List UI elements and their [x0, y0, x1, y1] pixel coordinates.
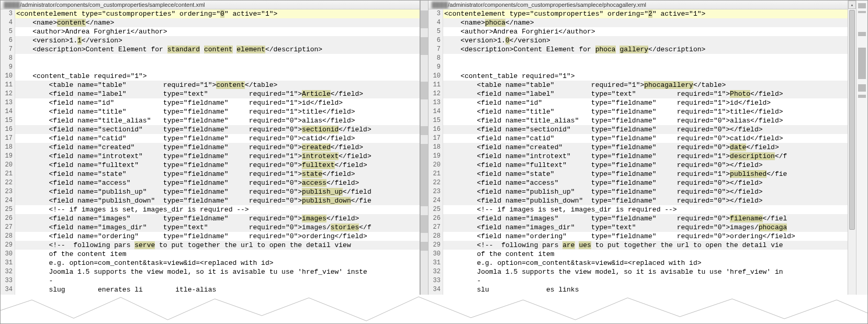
code-line[interactable]: <field name="label" type="text" required…	[15, 90, 420, 98]
diff-connector	[421, 91, 428, 99]
code-line[interactable]: <field name="images_dir" type="text" req…	[15, 223, 420, 232]
code-line[interactable]: <content_table required="1">	[443, 72, 848, 81]
code-line[interactable]	[15, 54, 420, 63]
line-number: 20	[429, 161, 441, 170]
code-line[interactable]: <field name="publish_up" type="fieldname…	[15, 187, 420, 196]
code-line[interactable]: <table name="table" required="1">content…	[15, 81, 420, 90]
line-number: 27	[1, 223, 13, 232]
overview-mark[interactable]	[858, 84, 866, 92]
overview-mark[interactable]	[858, 95, 866, 98]
diff-overview-ruler[interactable]	[856, 1, 867, 323]
scroll-thumb[interactable]	[849, 10, 855, 230]
line-number: 33	[429, 276, 441, 285]
code-line[interactable]: <field name="ordering" type="fieldname" …	[15, 232, 420, 241]
code-line[interactable]: of the content item	[15, 250, 420, 259]
diff-connector	[421, 260, 428, 269]
code-line[interactable]: <!-- if images is set, images_dir is req…	[15, 205, 420, 214]
diff-connector	[421, 73, 428, 82]
code-line[interactable]: <contentelement type="customproperties" …	[443, 9, 848, 18]
code-line[interactable]: <name>phoca</name>	[443, 18, 848, 27]
diff-word: content	[216, 81, 245, 89]
scroll-up-button[interactable]: ▴	[848, 1, 856, 9]
code-line[interactable]: <content_table required="1">	[15, 72, 420, 81]
left-code-area[interactable]: 3456789101112131415161718192021222324252…	[1, 9, 420, 323]
code-line[interactable]: slu es links	[443, 285, 848, 294]
code-line[interactable]: e.g. option=com_content&task=view&id=<re…	[15, 259, 420, 267]
diff-word: phoca	[485, 19, 505, 27]
code-line[interactable]	[443, 54, 848, 63]
code-line[interactable]: <field name="title_alias" type="fieldnam…	[443, 116, 848, 125]
overview-mark[interactable]	[858, 48, 866, 79]
diff-connector-strip	[420, 1, 429, 323]
code-line[interactable]: e.g. option=com_content&task=view&id=<re…	[443, 259, 848, 267]
diff-connector	[421, 197, 428, 206]
code-line[interactable]	[443, 63, 848, 72]
code-line[interactable]: Joomla 1.5 supports the view model, so i…	[443, 267, 848, 276]
code-line[interactable]: <field name="label" type="text" required…	[443, 90, 848, 98]
code-line[interactable]: <field name="state" type="fieldname" req…	[15, 170, 420, 178]
code-line[interactable]: <field name="title" type="fieldname" req…	[15, 107, 420, 116]
diff-word: published	[730, 170, 766, 178]
code-line[interactable]: <field name="publish_down" type="fieldna…	[15, 196, 420, 205]
diff-connector	[421, 144, 428, 153]
code-line[interactable]: <field name="catid" type="fieldname" req…	[15, 134, 420, 143]
code-line[interactable]: <field name="title" type="fieldname" req…	[443, 107, 848, 116]
code-line[interactable]: -	[15, 276, 420, 285]
code-line[interactable]	[15, 63, 420, 72]
code-line[interactable]: <contentelement type="customproperties" …	[15, 9, 420, 18]
code-line[interactable]: <field name="created" type="fieldname" r…	[15, 143, 420, 152]
line-number: 11	[1, 81, 13, 90]
code-line[interactable]: <field name="sectionid" type="fieldname"…	[443, 125, 848, 134]
code-line[interactable]: <field name="images" type="fieldname" re…	[443, 214, 848, 223]
code-line[interactable]: <field name="publish_down" type="fieldna…	[443, 196, 848, 205]
code-line[interactable]: <field name="access" type="fieldname" re…	[443, 178, 848, 187]
code-line[interactable]: <field name="access" type="fieldname" re…	[15, 178, 420, 187]
code-line[interactable]: <field name="images" type="fieldname" re…	[15, 214, 420, 223]
code-line[interactable]: <table name="table" required="1">phocaga…	[443, 81, 848, 90]
code-line[interactable]: <field name="id" type="fieldname" requir…	[15, 98, 420, 107]
code-line[interactable]: <field name="introtext" type="fieldname"…	[443, 152, 848, 161]
code-line[interactable]: <author>Andrea Forghieri</author>	[443, 27, 848, 36]
right-lines[interactable]: <contentelement type="customproperties" …	[443, 9, 848, 323]
scroll-down-button[interactable]: ▾	[848, 315, 856, 323]
line-number: 8	[1, 54, 13, 63]
vertical-scrollbar[interactable]: ▴ ▾	[848, 1, 856, 323]
overview-mark[interactable]	[858, 3, 866, 8]
code-line[interactable]: <field name="fulltext" type="fieldname" …	[443, 161, 848, 170]
code-line[interactable]: slug enerates li itle-alias	[15, 285, 420, 294]
right-file-path: ████/administrator/components/com_custom…	[429, 1, 848, 9]
code-line[interactable]: -	[443, 276, 848, 285]
code-line[interactable]: <name>content</name>	[15, 18, 420, 27]
code-line[interactable]: <!-- if images is set, images_dir is req…	[443, 205, 848, 214]
diff-connector	[421, 215, 428, 224]
code-line[interactable]: <field name="images_dir" type="text" req…	[443, 223, 848, 232]
line-number: 16	[429, 125, 441, 134]
overview-mark[interactable]	[858, 11, 866, 13]
code-line[interactable]: <version>1.1</version>	[15, 36, 420, 45]
code-line[interactable]: <!-- following pars serve to put togethe…	[15, 241, 420, 250]
diff-word: created	[302, 143, 331, 151]
left-lines[interactable]: <contentelement type="customproperties" …	[15, 9, 420, 323]
code-line[interactable]: <field name="ordering" type="fieldname" …	[443, 232, 848, 241]
code-line[interactable]: <field name="introtext" type="fieldname"…	[15, 152, 420, 161]
code-line[interactable]: <!-- following pars are ues to put toget…	[443, 241, 848, 250]
code-line[interactable]: <field name="catid" type="fieldname" req…	[443, 134, 848, 143]
right-code-area[interactable]: 3456789101112131415161718192021222324252…	[429, 9, 848, 323]
overview-mark[interactable]	[858, 32, 866, 36]
code-line[interactable]: <author>Andrea Forghieri</author>	[15, 27, 420, 36]
code-line[interactable]: <field name="fulltext" type="fieldname" …	[15, 161, 420, 170]
code-line[interactable]: <field name="sectionid" type="fieldname"…	[15, 125, 420, 134]
code-line[interactable]: <field name="id" type="fieldname" requir…	[443, 98, 848, 107]
code-line[interactable]: Joomla 1.5 supports the view model, so i…	[15, 267, 420, 276]
line-number: 5	[429, 27, 441, 36]
code-line[interactable]: <description>Content Element for phoca g…	[443, 45, 848, 54]
line-number: 24	[1, 196, 13, 205]
code-line[interactable]: <version>1.0</version>	[443, 36, 848, 45]
code-line[interactable]: of the content item	[443, 250, 848, 259]
line-number: 10	[1, 72, 13, 81]
code-line[interactable]: <field name="state" type="fieldname" req…	[443, 170, 848, 178]
code-line[interactable]: <description>Content Element for standar…	[15, 45, 420, 54]
code-line[interactable]: <field name="title_alias" type="fieldnam…	[15, 116, 420, 125]
code-line[interactable]: <field name="created" type="fieldname" r…	[443, 143, 848, 152]
code-line[interactable]: <field name="publish_up" type="fieldname…	[443, 187, 848, 196]
